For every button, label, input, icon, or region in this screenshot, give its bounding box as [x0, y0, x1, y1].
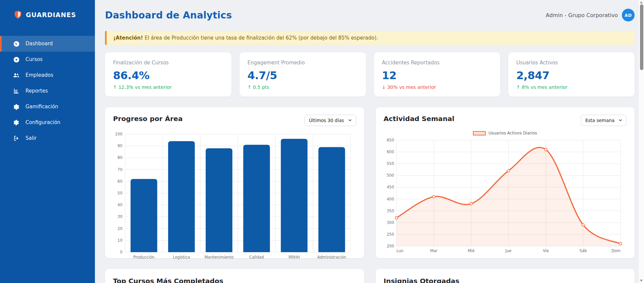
svg-text:RRHH: RRHH: [288, 255, 300, 260]
svg-text:Sáb: Sáb: [579, 248, 587, 253]
alert-text: El área de Producción tiene una tasa de …: [145, 35, 378, 41]
play-icon: [13, 56, 20, 63]
sidebar-item-label: Salir: [25, 136, 37, 141]
scroll-up-arrow[interactable]: [640, 1, 643, 3]
scroll-down-arrow[interactable]: [640, 280, 643, 282]
gauge-icon: [13, 40, 20, 47]
charts-row: Progreso por Área Últimos 30 días 010203…: [105, 107, 635, 258]
kpi-delta: ↑ 12.3% vs mes anterior: [113, 84, 223, 90]
svg-text:70: 70: [117, 167, 122, 172]
svg-text:60: 60: [117, 179, 122, 184]
main-content: Dashboard de Analytics Admin - Grupo Cor…: [95, 0, 644, 283]
sidebar: GUARDIANES Dashboard Cursos Empleados Re…: [0, 0, 95, 283]
sidebar-item-gamificacion[interactable]: Gamificación: [0, 99, 95, 115]
kpi-row: Finalización de Cursos 86.4% ↑ 12.3% vs …: [105, 52, 635, 97]
line-chart-title: Actividad Semanal: [384, 115, 454, 123]
sidebar-item-label: Configuración: [25, 120, 60, 125]
svg-text:450: 450: [387, 185, 394, 189]
bar-chart-body: 0102030405060708090100ProducciónLogístic…: [113, 131, 356, 264]
bar-chart-header: Progreso por Área Últimos 30 días: [113, 115, 356, 126]
sidebar-item-label: Empleados: [25, 73, 53, 78]
sidebar-item-empleados[interactable]: Empleados: [0, 67, 95, 83]
kpi-delta: ↑ 0.5 pts: [248, 84, 358, 90]
user-label: Admin - Grupo Corporativo: [546, 12, 618, 18]
kpi-value: 2,847: [516, 69, 627, 82]
svg-text:350: 350: [387, 209, 394, 213]
svg-text:Administración: Administración: [317, 255, 346, 260]
legend-swatch: [473, 131, 486, 135]
svg-text:Lun: Lun: [396, 248, 404, 253]
svg-text:20: 20: [117, 226, 122, 231]
svg-text:40: 40: [117, 203, 122, 207]
user-menu[interactable]: Admin - Grupo Corporativo AD: [546, 9, 635, 21]
svg-text:Mantenimiento: Mantenimiento: [205, 255, 234, 260]
scrollbar[interactable]: [638, 0, 644, 283]
legend-label: Usuarios Activos Diarios: [488, 131, 537, 135]
svg-text:10: 10: [117, 238, 122, 243]
bar-chart-range-select[interactable]: Últimos 30 días: [305, 115, 356, 126]
svg-text:Logística: Logística: [173, 255, 190, 260]
kpi-delta: ↑ 8% vs mes anterior: [516, 84, 627, 90]
sidebar-item-label: Dashboard: [25, 41, 53, 46]
line-chart-range-select[interactable]: Esta semana: [581, 115, 627, 126]
sidebar-item-dashboard[interactable]: Dashboard: [0, 36, 95, 52]
svg-text:Jue: Jue: [505, 248, 512, 253]
svg-text:Vie: Vie: [543, 248, 549, 253]
svg-text:200: 200: [387, 244, 394, 248]
kpi-card-finalizacion-de-cursos: Finalización de Cursos 86.4% ↑ 12.3% vs …: [105, 52, 231, 97]
avatar[interactable]: AD: [622, 9, 635, 21]
sidebar-item-label: Reportes: [25, 89, 48, 94]
sidebar-item-reportes[interactable]: Reportes: [0, 83, 95, 99]
bottom-row: Top Cursos Más Completados Insignias Oto…: [105, 269, 635, 283]
svg-text:Calidad: Calidad: [249, 255, 264, 260]
kpi-label: Finalización de Cursos: [113, 60, 223, 66]
sidebar-item-label: Cursos: [25, 57, 43, 62]
sidebar-item-cursos[interactable]: Cursos: [0, 52, 95, 67]
brand: GUARDIANES: [0, 0, 95, 19]
svg-text:Dom: Dom: [611, 248, 620, 253]
topbar: Dashboard de Analytics Admin - Grupo Cor…: [105, 9, 635, 21]
svg-text:30: 30: [117, 214, 122, 219]
svg-text:650: 650: [387, 138, 394, 143]
line-chart-header: Actividad Semanal Esta semana: [384, 115, 627, 126]
badges-title: Insignias Otorgadas: [384, 277, 627, 283]
line-chart-range-value: Esta semana: [585, 118, 614, 123]
line-chart-canvas: 200250300350400450500550600650LunMarMiéJ…: [384, 137, 624, 255]
top-courses-card: Top Cursos Más Completados: [105, 269, 364, 283]
svg-text:250: 250: [387, 232, 394, 237]
bar-chart-title: Progreso por Área: [113, 115, 183, 123]
svg-text:600: 600: [387, 150, 394, 154]
kpi-card-accidentes-reportados: Accidentes Reportados 12 ↓ 30% vs mes an…: [374, 52, 500, 97]
brand-name: GUARDIANES: [26, 11, 76, 18]
shield-logo-icon: [13, 10, 22, 19]
kpi-label: Accidentes Reportados: [382, 60, 492, 66]
sidebar-nav: Dashboard Cursos Empleados Reportes Gami…: [0, 36, 95, 146]
kpi-card-engagement-promedio: Engagement Promedio 4.7/5 ↑ 0.5 pts: [239, 52, 366, 97]
svg-text:400: 400: [387, 197, 394, 202]
kpi-label: Usuarios Activos: [516, 60, 627, 66]
svg-text:80: 80: [117, 155, 122, 160]
scrollbar-thumb[interactable]: [640, 4, 643, 70]
report-icon: [13, 88, 20, 95]
kpi-value: 4.7/5: [248, 69, 358, 82]
sidebar-item-configuracion[interactable]: Configuración: [0, 115, 95, 130]
line-chart-body: Usuarios Activos Diarios 200250300350400…: [384, 131, 627, 256]
alert-title: ¡Atención!: [113, 35, 143, 41]
badge-icon: [13, 103, 20, 110]
users-icon: [13, 72, 20, 79]
line-chart-card: Actividad Semanal Esta semana Usuarios A…: [376, 107, 635, 258]
svg-text:90: 90: [117, 144, 122, 148]
bar-chart-range-value: Últimos 30 días: [309, 118, 344, 123]
svg-text:550: 550: [387, 161, 394, 166]
chevron-down-icon: [348, 118, 352, 123]
svg-text:100: 100: [115, 132, 122, 136]
sidebar-item-salir[interactable]: Salir: [0, 130, 95, 146]
top-courses-title: Top Cursos Más Completados: [113, 277, 356, 283]
line-chart-legend[interactable]: Usuarios Activos Diarios: [384, 131, 627, 135]
bar-chart-card: Progreso por Área Últimos 30 días 010203…: [105, 107, 364, 258]
svg-text:0: 0: [120, 250, 122, 254]
svg-text:500: 500: [387, 173, 394, 178]
svg-text:50: 50: [117, 191, 122, 195]
kpi-value: 86.4%: [113, 69, 223, 82]
alert-banner: ¡Atención!El área de Producción tiene un…: [105, 31, 635, 45]
